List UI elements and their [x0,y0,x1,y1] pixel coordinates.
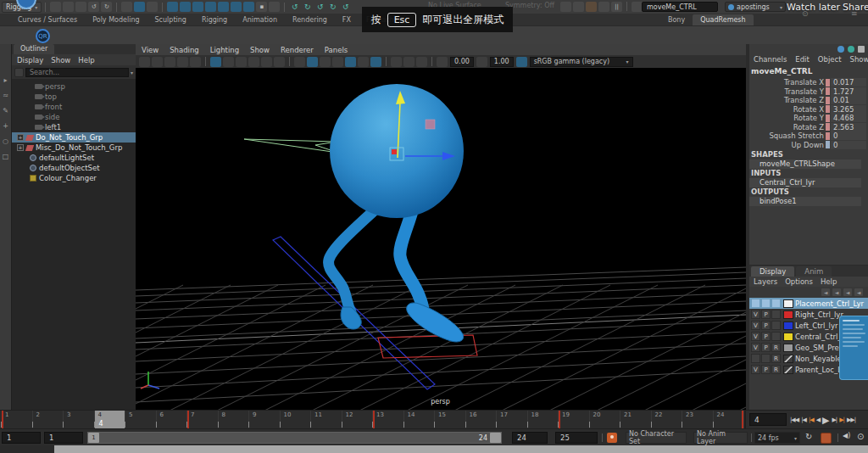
channel-value[interactable]: 1.727 [831,87,866,96]
history-list-icon[interactable]: ↺ [340,2,351,12]
range-start-handle[interactable]: 1 [88,433,99,443]
move-layer-up-icon[interactable]: ◄ [821,288,830,296]
timeline-track[interactable]: 1234456789101112131415161718192021222324 [2,411,744,429]
channel-value[interactable]: 3.265 [831,105,866,114]
outliner-item-do-not-touch-grp[interactable]: +Do_Not_Touch_Grp [12,132,136,143]
character-controls-icon[interactable] [837,46,844,53]
render-settings-icon[interactable] [586,2,597,12]
next-key-button[interactable]: ▶| [838,417,845,423]
shaded-icon[interactable] [223,57,234,67]
channel-translate-z[interactable]: Translate Z0.01 [749,96,868,105]
layer-color-swatch[interactable] [783,299,793,308]
timeline-frame[interactable]: 5 [125,411,157,429]
timeline-frame[interactable]: 22 [652,411,683,429]
layer-visibility-toggle[interactable]: V [751,332,760,341]
timeline-frame[interactable]: 15 [435,411,466,429]
image-plane-icon[interactable] [190,57,201,67]
animation-start-field[interactable]: 1 [2,432,41,444]
input-connections-icon[interactable]: ↻ [302,2,313,12]
layer-visibility-toggle[interactable]: V [751,343,760,352]
timeline-frame[interactable]: 6 [157,411,188,429]
shadows-icon[interactable] [261,57,272,67]
layer-display-mode-toggle[interactable] [771,321,781,330]
select-object-icon[interactable] [134,2,145,12]
outliner-item-top[interactable]: top [12,92,136,102]
channel-value[interactable]: 2.563 [831,123,866,131]
timeline-frame[interactable]: 2 [33,411,64,429]
exposure-icon[interactable] [332,57,343,67]
new-scene-icon[interactable] [50,2,61,12]
previous-frame-button[interactable]: |◀ [808,417,815,423]
timeline-frame[interactable]: 9 [249,411,281,429]
outliner-item-side[interactable]: side [12,112,136,122]
xray-joints-icon[interactable] [320,57,331,67]
lights-icon[interactable] [248,57,259,67]
playback-start-field[interactable]: 1 [44,432,83,444]
outliner-item-persp[interactable]: persp [12,81,136,92]
layer-display-mode-toggle[interactable]: R [771,343,781,352]
play-button[interactable]: ▶ [821,415,830,426]
gamma-field[interactable]: 1.00 [490,57,514,67]
motion-blur-icon[interactable] [370,57,381,67]
go-to-end-button[interactable]: ▶▶| [846,417,856,423]
animation-end-field[interactable]: 25 [555,432,598,444]
layer-playback-toggle[interactable] [761,299,771,308]
layer-playback-toggle[interactable] [761,354,771,363]
previous-key-button[interactable]: |◀ [800,417,807,423]
channel-rotate-z[interactable]: Rotate Z2.563 [749,123,868,132]
timeline-frame[interactable]: 7 [187,411,219,429]
open-scene-icon[interactable] [63,2,74,12]
timeline-frame[interactable]: 18 [528,411,559,429]
output-connections-icon[interactable]: ↺ [314,2,326,12]
layer-visibility-toggle[interactable]: V [751,321,760,330]
select-camera-icon[interactable] [139,57,150,67]
outliner-item-left1[interactable]: left1 [12,122,136,132]
shelf-tab-animation[interactable]: Animation [235,14,285,25]
channel-value[interactable]: 4.468 [831,114,866,122]
exposure-field[interactable]: 0.00 [450,57,474,67]
layer-visibility-toggle[interactable]: V [751,365,760,374]
wireframe-icon[interactable] [210,57,221,67]
pause-viewport-icon[interactable]: || [611,2,622,12]
channel-squash-stretch[interactable]: Squash Stretch0 [749,131,868,141]
auto-keyframe-icon[interactable] [821,433,832,444]
layer-row-placement[interactable]: Placement_Ctrl_Lyr [749,298,868,309]
tab-display-layers[interactable]: Display [751,266,794,277]
snap-magnet-icon[interactable] [243,2,254,12]
watch-later-icon[interactable]: ⊙ [802,9,809,18]
outliner-menu-help[interactable]: Help [78,56,94,64]
shelf-tab-curves-surfaces[interactable]: Curves / Surfaces [10,14,85,25]
tab-anim-layers[interactable]: Anim [796,266,832,277]
channel-value[interactable]: 0 [831,131,866,140]
layer-playback-toggle[interactable]: P [761,310,771,319]
depth-of-field-icon[interactable] [358,57,369,67]
anim-layer-dropdown[interactable]: No Anim Layer [693,432,748,444]
shape-node-item[interactable]: moveMe_CTRLShape [749,159,861,169]
timeline-frame[interactable]: 11 [311,411,342,429]
layer-playback-toggle[interactable]: P [761,365,771,374]
outliner-item-defaultlightset[interactable]: defaultLightSet [12,153,136,163]
shelf-tab-rendering[interactable]: Rendering [285,14,335,25]
playback-loop-icon[interactable]: ↻ [805,432,812,441]
viewport-3d[interactable]: persp [136,68,746,410]
snap-projected-center-icon[interactable] [205,2,216,12]
channel-box-menu-channels[interactable]: Channels [754,55,787,64]
outliner-menu-display[interactable]: Display [17,56,43,64]
channel-up-down[interactable]: Up Down0 [749,141,868,150]
expand-icon[interactable]: + [17,144,24,151]
layer-color-swatch[interactable] [783,366,793,374]
panel-menu-show[interactable]: Show [250,46,270,54]
outliner-menu-show[interactable]: Show [51,56,70,64]
select-tool-icon[interactable]: ▸ [3,76,7,84]
account-menu[interactable]: apostings ▾ [725,2,786,12]
quick-selection-field[interactable]: moveMe_CTRL [642,2,718,12]
shelf-tab-sculpting[interactable]: Sculpting [147,14,194,25]
empty-layer-icon[interactable]: ◄ [843,288,852,296]
snap-grid-icon[interactable] [167,2,178,12]
new-layer-icon[interactable]: ◄ [854,288,863,296]
redo-icon[interactable]: ↻ [101,2,112,12]
layer-playback-toggle[interactable]: P [761,343,771,352]
shelf-tab-rigging[interactable]: Rigging [194,14,235,25]
output-node-item[interactable]: bindPose1 [749,197,861,206]
panel-menu-shading[interactable]: Shading [170,46,199,54]
